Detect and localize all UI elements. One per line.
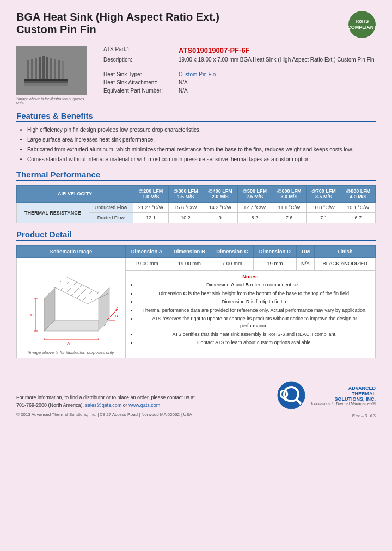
ducted-300: 10.2 bbox=[168, 213, 203, 223]
notes-title: Notes: bbox=[129, 273, 372, 279]
ducted-500: 8.2 bbox=[237, 213, 272, 223]
logo-section: Q ADVANCED THERMAL SOLUTIONS, INC. Innov… bbox=[277, 381, 376, 418]
unducted-500: 12.7 °C/W bbox=[237, 203, 272, 213]
equiv-label: Equivalent Part Number: bbox=[103, 88, 174, 94]
page-title-line2: Custom Pin Fin bbox=[16, 23, 219, 36]
attachment-label: Heat Sink Attachment: bbox=[103, 79, 174, 85]
desc-row: Description: 19.00 x 19.00 x 7.00 mm BGA… bbox=[103, 57, 376, 63]
col-tim: TIM bbox=[296, 246, 315, 258]
page-header: BGA Heat Sink (High Aspect Ratio Ext.) C… bbox=[16, 11, 376, 38]
ducted-700: 7.1 bbox=[307, 213, 341, 223]
col-200lfm: @200 LFM1.0 M/S bbox=[133, 186, 168, 203]
svg-rect-5 bbox=[42, 56, 45, 79]
col-dim-c: Dimension C bbox=[211, 246, 254, 258]
page-title-line1: BGA Heat Sink (High Aspect Ratio Ext.) bbox=[16, 11, 219, 23]
heatsink-illustration bbox=[19, 49, 84, 93]
part-number: ATS019019007-PF-6F bbox=[179, 46, 250, 54]
col-dim-d: Dimension D bbox=[254, 246, 297, 258]
features-list: High efficiency pin fin design provides … bbox=[27, 126, 376, 163]
page-footer: For more information, to find a distribu… bbox=[16, 375, 376, 418]
schematic-image-cell: A B C *Image above is for illustration p… bbox=[17, 258, 126, 358]
ducted-600: 7.6 bbox=[272, 213, 306, 223]
equiv-row: Equivalent Part Number: N/A bbox=[103, 88, 376, 94]
col-500lfm: @500 LFM2.5 M/S bbox=[237, 186, 272, 203]
ats-tagline: Innovations in Thermal Management® bbox=[311, 402, 376, 406]
type-value: Custom Pin Fin bbox=[179, 71, 216, 77]
svg-line-29 bbox=[115, 307, 118, 312]
unducted-800: 10.1 °C/W bbox=[341, 203, 375, 213]
product-detail-table: Schematic Image Dimension A Dimension B … bbox=[16, 245, 376, 358]
feature-item: Comes standard without interface materia… bbox=[27, 156, 376, 163]
dim-a-value: 19.00 mm bbox=[126, 258, 168, 271]
svg-text:Q: Q bbox=[279, 387, 289, 401]
website-link[interactable]: www.qats.com bbox=[128, 402, 160, 408]
unducted-label: Unducted Flow bbox=[89, 203, 133, 213]
svg-rect-7 bbox=[50, 58, 52, 79]
svg-rect-4 bbox=[39, 57, 41, 79]
svg-rect-8 bbox=[54, 59, 56, 79]
email-link[interactable]: sales@qats.com bbox=[85, 402, 122, 408]
image-note: *Image above is for illustration purpose… bbox=[16, 97, 93, 105]
product-detail-title: Product Detail bbox=[16, 230, 376, 241]
note-item: Dimension D is fin tip to fin tip. bbox=[137, 298, 372, 305]
ats-logo: Q ADVANCED THERMAL SOLUTIONS, INC. Innov… bbox=[277, 381, 376, 411]
col-300lfm: @300 LFM1.5 M/S bbox=[168, 186, 203, 203]
svg-text:B: B bbox=[115, 314, 118, 319]
finish-value: BLACK ANODIZED bbox=[315, 258, 376, 271]
note-item: ATS reserves the right to update or chan… bbox=[137, 315, 372, 329]
dim-c-value: 7.00 mm bbox=[211, 258, 254, 271]
svg-line-21 bbox=[82, 290, 93, 301]
rohs-badge: RoHSCOMPLIANT bbox=[348, 11, 376, 38]
ducted-400: 9 bbox=[203, 213, 237, 223]
part-label: ATS Part#: bbox=[103, 46, 174, 54]
col-finish: Finish bbox=[315, 246, 376, 258]
svg-rect-2 bbox=[31, 59, 33, 79]
desc-value: 19.00 x 19.00 x 7.00 mm BGA Heat Sink (H… bbox=[179, 57, 375, 63]
product-image-box bbox=[16, 46, 87, 95]
notes-cell: Notes: Dimension A and B refer to compon… bbox=[126, 270, 376, 358]
thermal-table: AIR VELOCITY @200 LFM1.0 M/S @300 LFM1.5… bbox=[16, 185, 376, 223]
schematic-note: *Image above is for illustration purpose… bbox=[20, 350, 122, 355]
thermal-title: Thermal Performance bbox=[16, 170, 376, 181]
svg-line-22 bbox=[88, 293, 99, 304]
ats-advanced: ADVANCED bbox=[311, 385, 376, 391]
feature-item: Large surface area increases heat sink p… bbox=[27, 136, 376, 144]
ats-thermal: THERMAL bbox=[311, 391, 376, 396]
svg-line-20 bbox=[77, 287, 88, 298]
svg-rect-12 bbox=[24, 83, 68, 86]
desc-label: Description: bbox=[103, 57, 174, 63]
footer-contact: For more information, to find a distribu… bbox=[16, 394, 195, 418]
notes-list: Dimension A and B refer to component siz… bbox=[137, 281, 372, 346]
svg-line-18 bbox=[66, 282, 77, 293]
note-item: Contact ATS to learn about custom option… bbox=[137, 339, 372, 346]
col-schematic: Schematic Image bbox=[17, 246, 126, 258]
ats-solutions: SOLUTIONS, INC. bbox=[311, 396, 376, 402]
ducted-200: 12.1 bbox=[133, 213, 168, 223]
copyright: © 2013 Advanced Thermal Solutions, Inc. … bbox=[16, 412, 195, 418]
schematic-svg: A B C bbox=[22, 260, 120, 347]
col-600lfm: @600 LFM3.0 M/S bbox=[272, 186, 306, 203]
page-number: Rev – 3 of 3 bbox=[277, 413, 376, 418]
type-label: Heat Sink Type: bbox=[103, 71, 174, 77]
thermal-resistance-label: THERMAL RESISTANCE bbox=[17, 203, 89, 223]
svg-rect-10 bbox=[62, 61, 64, 79]
svg-line-17 bbox=[60, 279, 71, 290]
tim-value: N/A bbox=[296, 258, 315, 271]
ats-text: ADVANCED THERMAL SOLUTIONS, INC. Innovat… bbox=[311, 385, 376, 406]
spec-table: ATS Part#: ATS019019007-PF-6F Descriptio… bbox=[103, 46, 376, 105]
feature-item: Fabricated from extruded aluminum, which… bbox=[27, 146, 376, 154]
ducted-label: Ducted Flow bbox=[89, 213, 133, 223]
part-row: ATS Part#: ATS019019007-PF-6F bbox=[103, 46, 376, 54]
dim-b-value: 19.00 mm bbox=[168, 258, 211, 271]
note-item: Thermal performance data are provided fo… bbox=[137, 307, 372, 314]
col-400lfm: @400 LFM2.0 M/S bbox=[203, 186, 237, 203]
equiv-value: N/A bbox=[179, 88, 188, 94]
unducted-700: 10.8 °C/W bbox=[307, 203, 341, 213]
svg-rect-1 bbox=[27, 60, 29, 79]
dim-d-value: 19 mm bbox=[254, 258, 297, 271]
product-image-section: *Image above is for illustration purpose… bbox=[16, 46, 93, 105]
unducted-300: 15.6 °C/W bbox=[168, 203, 203, 213]
contact-text: For more information, to find a distribu… bbox=[16, 394, 195, 409]
col-dim-a: Dimension A bbox=[126, 246, 168, 258]
svg-rect-3 bbox=[35, 58, 37, 79]
